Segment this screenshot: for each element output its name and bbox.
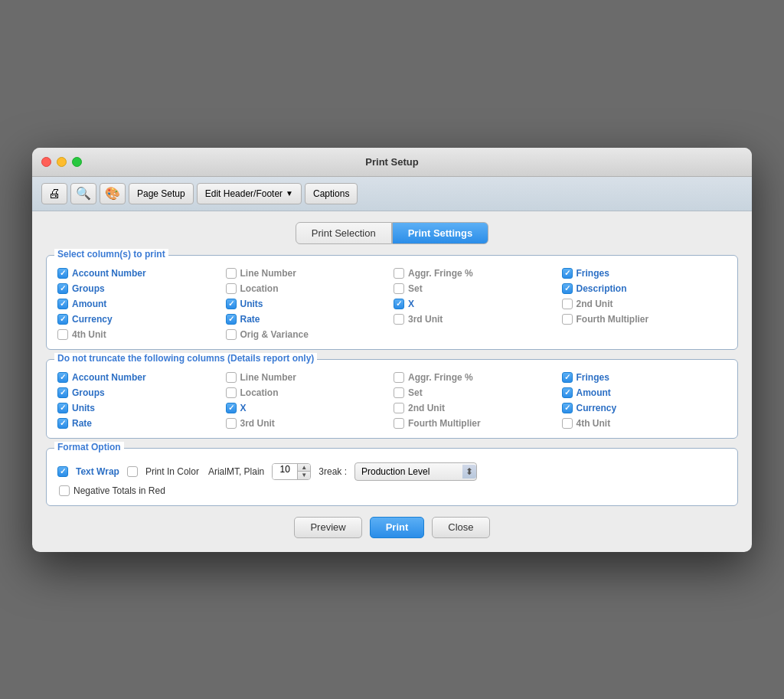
checkbox-item[interactable]: Set	[394, 283, 559, 294]
close-button[interactable]	[41, 157, 51, 167]
checkbox[interactable]	[226, 372, 237, 383]
checkbox[interactable]	[394, 314, 404, 325]
checkbox[interactable]: ✓	[562, 283, 573, 294]
checkbox-item[interactable]: Orig & Variance	[226, 329, 391, 340]
checkbox-label: 3rd Unit	[240, 418, 275, 429]
checkbox-item[interactable]: ✓Rate	[57, 418, 223, 429]
checkbox[interactable]	[394, 268, 404, 279]
checkbox-label: X	[240, 403, 247, 413]
checkbox[interactable]	[562, 418, 573, 429]
checkbox-item[interactable]: ✓Account Number	[57, 268, 223, 279]
preview-button[interactable]: Preview	[294, 517, 361, 538]
checkbox[interactable]	[394, 372, 404, 383]
checkbox[interactable]	[394, 387, 404, 398]
checkbox-item[interactable]: ✓Amount	[562, 387, 727, 398]
checkbox-item[interactable]: ✓Fringes	[562, 372, 727, 383]
checkbox[interactable]: ✓	[57, 299, 68, 309]
toolbar: 🖨 🔍 🎨 Page Setup Edit Header/Footer ▼ Ca…	[32, 177, 752, 211]
checkbox-item[interactable]: Aggr. Fringe %	[394, 372, 559, 383]
font-size-up[interactable]: ▲	[298, 464, 310, 472]
checkbox[interactable]	[562, 314, 573, 325]
tab-print-settings[interactable]: Print Settings	[392, 222, 489, 244]
checkbox[interactable]: ✓	[394, 299, 404, 309]
checkbox[interactable]	[562, 299, 573, 309]
checkbox-item[interactable]: Location	[226, 387, 391, 398]
checkbox-item[interactable]: 2nd Unit	[562, 299, 727, 309]
minimize-button[interactable]	[57, 157, 67, 167]
checkbox-label: Account Number	[72, 372, 146, 383]
checkbox-item[interactable]: 3rd Unit	[394, 314, 559, 325]
checkbox-item[interactable]: ✓Units	[57, 403, 223, 413]
checkbox-label: Amount	[577, 387, 611, 398]
checkbox[interactable]	[226, 418, 237, 429]
checkbox[interactable]	[394, 283, 404, 294]
checkbox-item[interactable]: ✓Description	[562, 283, 727, 294]
checkbox[interactable]: ✓	[562, 387, 573, 398]
checkbox-item[interactable]: ✓Account Number	[57, 372, 223, 383]
checkbox[interactable]: ✓	[57, 418, 68, 429]
checkbox-item[interactable]: 2nd Unit	[394, 403, 559, 413]
checkbox[interactable]	[226, 283, 237, 294]
checkbox-item[interactable]: ✓Amount	[57, 299, 223, 309]
checkbox-item[interactable]: ✓Groups	[57, 387, 223, 398]
checkbox[interactable]	[226, 268, 237, 279]
search-toolbar-icon[interactable]: 🔍	[70, 183, 96, 204]
checkbox[interactable]: ✓	[562, 372, 573, 383]
checkbox[interactable]: ✓	[57, 283, 68, 294]
checkbox[interactable]	[394, 403, 404, 413]
checkbox-label: Groups	[72, 387, 105, 398]
checkbox-item[interactable]: 4th Unit	[562, 418, 727, 429]
checkbox-item[interactable]: ✓Rate	[226, 314, 391, 325]
text-wrap-checkbox[interactable]: ✓	[57, 466, 68, 477]
checkbox-item[interactable]: ✓X	[394, 299, 559, 309]
checkbox-item[interactable]: ✓Units	[226, 299, 391, 309]
font-size-value[interactable]: 10	[273, 464, 297, 479]
checkbox-item[interactable]: Set	[394, 387, 559, 398]
checkbox[interactable]	[226, 329, 237, 340]
checkbox-item[interactable]: ✓Currency	[562, 403, 727, 413]
checkbox-label: Aggr. Fringe %	[408, 372, 473, 383]
edit-header-footer-button[interactable]: Edit Header/Footer ▼	[197, 183, 302, 204]
print-button[interactable]: Print	[370, 517, 425, 538]
checkbox-item[interactable]: Location	[226, 283, 391, 294]
checkbox[interactable]	[394, 418, 404, 429]
checkbox[interactable]: ✓	[57, 387, 68, 398]
checkbox-label: 3rd Unit	[408, 314, 443, 325]
break-select[interactable]: Production Level ⬍	[354, 462, 477, 481]
checkbox[interactable]: ✓	[57, 403, 68, 413]
checkbox-item[interactable]: Line Number	[226, 372, 391, 383]
font-size-down[interactable]: ▼	[298, 472, 310, 479]
checkbox[interactable]: ✓	[562, 268, 573, 279]
font-size-control[interactable]: 10 ▲ ▼	[272, 463, 311, 480]
checkbox[interactable]: ✓	[226, 299, 237, 309]
checkbox-item[interactable]: Line Number	[226, 268, 391, 279]
checkbox[interactable]: ✓	[57, 314, 68, 325]
print-color-checkbox[interactable]	[127, 466, 138, 477]
checkbox-item[interactable]: 4th Unit	[57, 329, 223, 340]
checkbox[interactable]: ✓	[57, 372, 68, 383]
checkbox-item[interactable]: Aggr. Fringe %	[394, 268, 559, 279]
maximize-button[interactable]	[72, 157, 82, 167]
checkbox-item[interactable]: ✓Groups	[57, 283, 223, 294]
checkbox-item[interactable]: 3rd Unit	[226, 418, 391, 429]
checkbox[interactable]: ✓	[57, 268, 68, 279]
negative-totals-checkbox[interactable]	[59, 485, 70, 496]
checkbox-item[interactable]: ✓X	[226, 403, 391, 413]
checkbox-item[interactable]: Fourth Multiplier	[562, 314, 727, 325]
titlebar: Print Setup	[32, 148, 752, 177]
checkbox-item[interactable]: Fourth Multiplier	[394, 418, 559, 429]
checkbox[interactable]: ✓	[226, 314, 237, 325]
checkbox-item[interactable]: ✓Fringes	[562, 268, 727, 279]
print-toolbar-icon[interactable]: 🖨	[41, 183, 67, 204]
checkbox[interactable]: ✓	[226, 403, 237, 413]
checkbox[interactable]	[226, 387, 237, 398]
checkbox[interactable]	[57, 329, 68, 340]
close-button[interactable]: Close	[432, 517, 489, 538]
page-setup-button[interactable]: Page Setup	[129, 183, 194, 204]
checkbox[interactable]: ✓	[562, 403, 573, 413]
tab-print-selection[interactable]: Print Selection	[296, 222, 392, 244]
checkbox-item[interactable]: ✓Currency	[57, 314, 223, 325]
captions-button[interactable]: Captions	[305, 183, 358, 204]
color-toolbar-icon[interactable]: 🎨	[100, 183, 126, 204]
select-columns-section: Select column(s) to print ✓Account Numbe…	[46, 255, 738, 350]
